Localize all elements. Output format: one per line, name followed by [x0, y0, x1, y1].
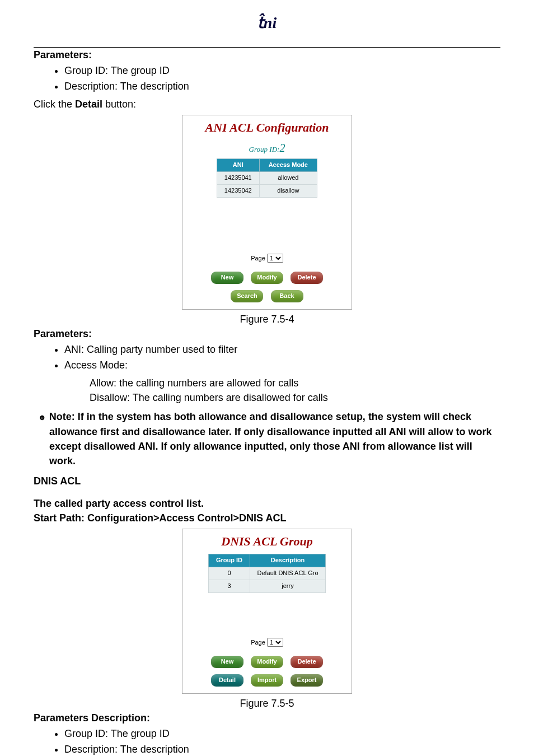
list-item: Group ID: The group ID	[64, 63, 500, 78]
table-row[interactable]: 0 Default DNIS ACL Gro	[209, 567, 326, 580]
list-item: Description: The description	[64, 742, 500, 756]
dnis-heading: DNIS ACL	[34, 474, 500, 488]
parameters-list-2: ANI: Calling party number used to filter…	[64, 342, 500, 372]
fig2-title: DNIS ACL Group	[186, 533, 348, 550]
click-detail-line: Click the Detail button:	[34, 97, 500, 111]
parameters-heading-2: Parameters:	[34, 326, 500, 341]
note-icon: ☻	[38, 413, 46, 422]
list-item: Description: The description	[64, 79, 500, 94]
export-button[interactable]: Export	[291, 674, 323, 687]
search-button[interactable]: Search	[231, 290, 263, 302]
list-item: Access Mode:	[64, 358, 500, 372]
table-row[interactable]: 14235041 allowed	[217, 172, 317, 185]
parameters-list-1: Group ID: The group ID Description: The …	[64, 63, 500, 94]
delete-button[interactable]: Delete	[291, 272, 323, 284]
fig1-table: ANI Access Mode 14235041 allowed 1423504…	[217, 158, 317, 198]
new-button[interactable]: New	[211, 656, 243, 668]
import-button[interactable]: Import	[251, 674, 283, 687]
modify-button[interactable]: Modify	[251, 656, 283, 668]
page-header: t̂ni	[34, 17, 500, 48]
header-logo: t̂ni	[257, 13, 277, 32]
note-block: ☻ Note: If in the system has both allowa…	[38, 409, 500, 468]
parameters-list-3: Group ID: The group ID Description: The …	[64, 726, 500, 756]
back-button[interactable]: Back	[271, 290, 303, 302]
sub-allow: Allow: the calling numbers are allowed f…	[90, 376, 500, 390]
table-row[interactable]: 14235042 disallow	[217, 185, 317, 198]
fig1-group-line: Group ID:2	[186, 140, 348, 156]
page-select[interactable]: 1	[267, 638, 283, 647]
table-row[interactable]: 3 jerry	[209, 580, 326, 592]
col-header: Group ID	[209, 554, 250, 567]
fig2-pager: Page 1	[186, 638, 348, 647]
fig2-caption: Figure 7.5-5	[34, 696, 500, 711]
col-header: ANI	[217, 159, 260, 172]
parameters-heading-1: Parameters:	[34, 48, 500, 62]
fig-7-5-4-screenshot: ANI ACL Configuration Group ID:2 ANI Acc…	[182, 115, 352, 310]
fig1-caption: Figure 7.5-4	[34, 312, 500, 326]
fig1-title: ANI ACL Configuration	[186, 119, 348, 137]
dnis-path: Start Path: Configuration>Access Control…	[34, 511, 500, 525]
fig2-table: Group ID Description 0 Default DNIS ACL …	[208, 554, 326, 593]
list-item: ANI: Calling party number used to filter	[64, 342, 500, 357]
page-select[interactable]: 1	[267, 254, 283, 263]
parameters-heading-3: Parameters Description:	[34, 711, 500, 725]
col-header: Description	[250, 554, 326, 567]
new-button[interactable]: New	[211, 272, 243, 284]
dnis-intro: The called party access control list.	[34, 496, 500, 511]
modify-button[interactable]: Modify	[251, 272, 283, 284]
fig-7-5-5-screenshot: DNIS ACL Group Group ID Description 0 De…	[182, 529, 352, 694]
header-rule	[34, 47, 500, 48]
detail-button[interactable]: Detail	[211, 674, 243, 687]
sub-disallow: Disallow: The calling numbers are disall…	[90, 390, 500, 405]
col-header: Access Mode	[259, 159, 317, 172]
fig1-pager: Page 1	[186, 254, 348, 263]
delete-button[interactable]: Delete	[291, 656, 323, 668]
list-item: Group ID: The group ID	[64, 726, 500, 741]
